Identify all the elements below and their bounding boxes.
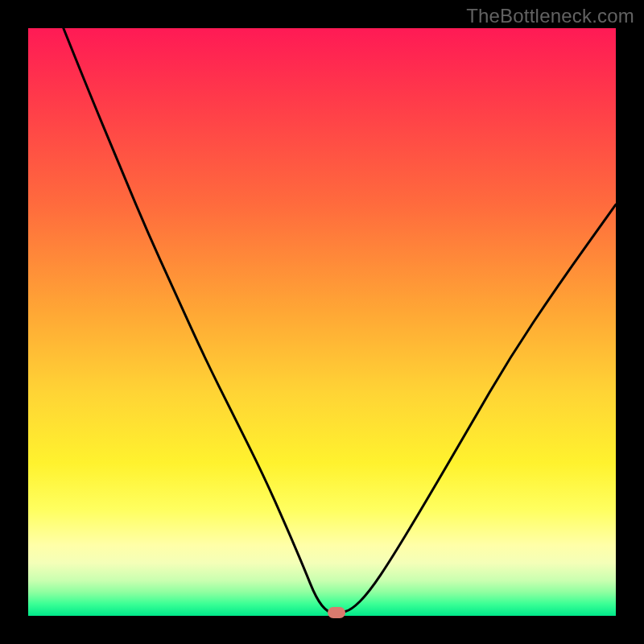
chart-frame: TheBottleneck.com <box>0 0 644 644</box>
optimal-point-marker <box>328 607 345 618</box>
plot-area <box>28 28 616 616</box>
watermark-text: TheBottleneck.com <box>466 5 634 27</box>
bottleneck-curve <box>28 28 616 616</box>
